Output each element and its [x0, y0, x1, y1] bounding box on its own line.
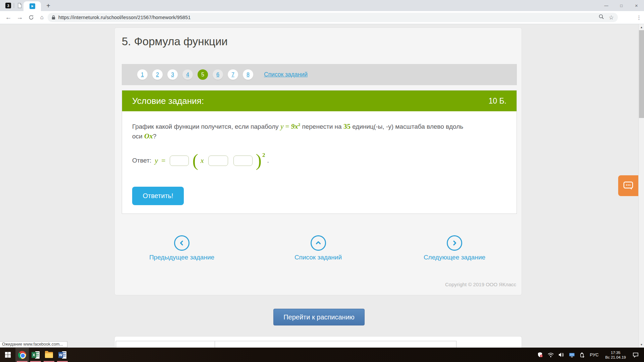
page-title: 5. Формула функции: [122, 35, 228, 48]
scroll-down-arrow[interactable]: ▼: [639, 342, 644, 347]
file-explorer-icon: [45, 352, 53, 358]
math-y: y: [280, 122, 283, 130]
answer-row: Ответ: y = ( x ) 2 .: [132, 154, 506, 167]
tab-favicon-3: 3: [7, 4, 9, 8]
task-number-bar: 1 2 3 4 5 6 7 8 Список заданий: [122, 64, 517, 85]
tab-divider: [14, 3, 14, 8]
chevron-right-icon: [447, 235, 462, 251]
windows-logo-icon: [5, 352, 11, 358]
new-tab-button[interactable]: +: [44, 2, 52, 10]
system-tray: РУС 17:35 Вс 21.04.19: [535, 348, 644, 362]
answer-input-shift[interactable]: [233, 156, 253, 166]
task-text: График какой функции получится, если пар…: [132, 120, 506, 141]
tasks-list-button[interactable]: Список заданий: [278, 235, 359, 261]
page-viewport: 5. Формула функции 1 2 3 4 5 6 7 8 Списо…: [0, 24, 644, 348]
task-number-7[interactable]: 7: [228, 69, 238, 80]
start-button[interactable]: [0, 348, 15, 362]
task-number-6[interactable]: 6: [213, 69, 223, 80]
condition-header: Условие задания: 10 Б.: [122, 90, 517, 111]
chat-bubble-icon: [623, 181, 633, 190]
task-number-8[interactable]: 8: [243, 69, 253, 80]
homework-card: 5. Формула функции 1 2 3 4 5 6 7 8 Списо…: [114, 27, 522, 295]
chat-widget-button[interactable]: [618, 175, 638, 196]
bookmark-star-icon[interactable]: ☆: [609, 14, 614, 21]
url-text: https://interneturok.ru/school/lesson/21…: [58, 15, 191, 20]
network-monitor-icon[interactable]: [569, 353, 575, 357]
answer-exponent: 2: [262, 152, 265, 159]
defender-shield-icon[interactable]: [537, 352, 543, 358]
page-scrollbar[interactable]: ▲ ▼: [638, 24, 644, 348]
clock-time: 17:35: [605, 350, 626, 355]
condition-body: График какой функции получится, если пар…: [122, 111, 517, 205]
word-icon: W: [58, 351, 66, 359]
task-number-4[interactable]: 4: [182, 69, 193, 80]
answer-math-x: x: [201, 156, 204, 165]
chevron-up-icon: [311, 235, 326, 251]
task-number-5-active[interactable]: 5: [198, 69, 208, 80]
action-center-icon[interactable]: [633, 352, 639, 358]
explorer-open-indicator: [44, 361, 54, 362]
answer-math-y: y: [155, 156, 158, 165]
reload-icon[interactable]: [26, 11, 36, 24]
active-tab[interactable]: [23, 1, 41, 11]
windows-taskbar: X W: [0, 348, 644, 362]
paren-open: (: [192, 154, 198, 167]
paren-close: ): [256, 154, 262, 167]
browser-menu-icon[interactable]: ⋮: [635, 11, 643, 24]
forward-icon[interactable]: →: [15, 11, 25, 24]
tasks-list-link[interactable]: Список заданий: [264, 71, 308, 78]
points-badge: 10 Б.: [489, 97, 506, 106]
taskbar-chrome-button[interactable]: [15, 348, 29, 362]
minimize-button[interactable]: —: [599, 0, 614, 11]
answer-period: .: [267, 157, 269, 164]
copyright-text: Copyright © 2019 ООО ЯКласс: [445, 282, 516, 287]
interneturok-play-icon: [30, 3, 35, 9]
submit-answer-button[interactable]: Ответить!: [132, 187, 184, 205]
task-number-3[interactable]: 3: [167, 69, 178, 80]
taskbar-word-button[interactable]: W: [56, 348, 69, 362]
task-number-1[interactable]: 1: [137, 69, 148, 80]
scroll-up-arrow[interactable]: ▲: [639, 24, 644, 30]
task-number-2[interactable]: 2: [152, 69, 163, 80]
close-button[interactable]: ×: [629, 0, 644, 11]
chrome-icon: [18, 351, 26, 359]
volume-icon[interactable]: [558, 352, 564, 357]
answer-input-coefficient[interactable]: [170, 156, 189, 166]
usb-device-icon[interactable]: [580, 352, 584, 358]
pinned-tab-1[interactable]: 3: [5, 3, 11, 8]
next-section-card: [114, 336, 522, 348]
lock-icon: [52, 15, 55, 20]
scrollbar-thumb[interactable]: [639, 30, 644, 118]
back-icon[interactable]: ←: [3, 11, 13, 24]
go-to-schedule-button[interactable]: Перейти к расписанию: [273, 309, 365, 325]
answer-label: Ответ:: [132, 157, 151, 164]
math-ox: Ox: [144, 132, 153, 140]
pinned-tab-2[interactable]: [17, 3, 22, 8]
zoom-level-icon[interactable]: [599, 14, 604, 21]
math-9x: 9x: [291, 122, 298, 130]
math-35: 35: [343, 122, 351, 130]
next-task-button[interactable]: Следующее задание: [414, 235, 495, 261]
wifi-icon[interactable]: [548, 353, 554, 357]
address-bar[interactable]: https://interneturok.ru/school/lesson/21…: [48, 13, 618, 22]
clock-date: Вс 21.04.19: [605, 355, 626, 360]
browser-toolbar: ← → ⌂ https://interneturok.ru/school/les…: [0, 11, 644, 24]
taskbar-explorer-button[interactable]: [42, 348, 56, 362]
condition-title: Условие задания:: [132, 96, 204, 106]
bottom-navigation: Предыдущее задание Список заданий Следую…: [115, 235, 522, 261]
taskbar-excel-button[interactable]: X: [29, 348, 42, 362]
next-section-box: [116, 341, 457, 348]
chevron-left-icon: [174, 235, 190, 251]
excel-icon: X: [32, 351, 40, 359]
maximize-button[interactable]: □: [614, 0, 629, 11]
home-icon[interactable]: ⌂: [37, 11, 47, 24]
excel-open-indicator: [30, 361, 41, 362]
browser-status-text: Ожидание www.facebook.com...: [0, 341, 67, 348]
blank-page-icon: [17, 3, 22, 8]
previous-task-button[interactable]: Предыдущее задание: [142, 235, 222, 261]
taskbar-clock[interactable]: 17:35 Вс 21.04.19: [605, 350, 626, 360]
browser-tab-strip: 3 + — □ ×: [0, 0, 644, 11]
language-indicator[interactable]: РУС: [590, 352, 599, 357]
answer-math-eq: =: [161, 156, 165, 165]
answer-input-sign[interactable]: [208, 156, 228, 166]
